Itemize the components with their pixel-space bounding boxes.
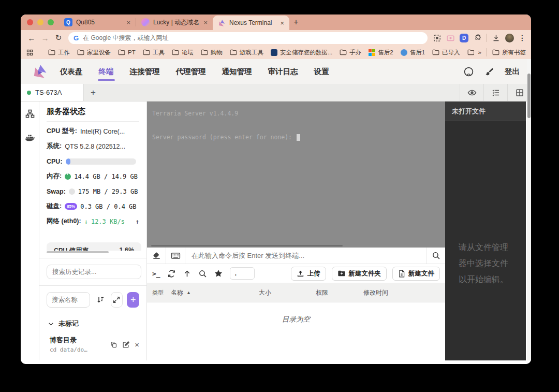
profile-avatar[interactable]: [505, 34, 514, 42]
nav-item-dashboard[interactable]: 仪表盘: [59, 60, 84, 84]
reload-button[interactable]: ↻: [52, 33, 65, 42]
refresh-icon[interactable]: [167, 269, 176, 278]
command-bar: [147, 248, 445, 264]
disk-badge: 85%: [65, 203, 77, 210]
bookmark-folder[interactable]: 购物: [201, 49, 223, 56]
bookmark-shouhou1[interactable]: 售后1: [401, 49, 425, 56]
column-modified-time[interactable]: 修改时间: [363, 288, 445, 297]
all-bookmarks-button[interactable]: 所有书签: [492, 49, 526, 56]
edit-icon[interactable]: [122, 341, 130, 349]
bookmark-label: 已导入: [442, 49, 460, 56]
virtual-keyboard-button[interactable]: [166, 248, 185, 264]
nav-item-settings[interactable]: 设置: [313, 60, 330, 84]
bookmark-folder[interactable]: 工具: [143, 49, 165, 56]
github-icon[interactable]: [463, 66, 474, 77]
favorite-star-icon[interactable]: [214, 269, 223, 278]
session-search-input[interactable]: [47, 292, 90, 308]
column-name[interactable]: 名称▲: [171, 288, 259, 297]
docker-icon[interactable]: [24, 133, 36, 142]
bookmark-folder[interactable]: 已导入: [432, 49, 460, 56]
tab-close-icon[interactable]: ×: [126, 19, 130, 26]
path-input[interactable]: [230, 267, 255, 280]
memory-badge: [65, 173, 71, 180]
search-terminal-button[interactable]: [426, 248, 445, 264]
bookmark-folder[interactable]: PT: [118, 49, 136, 55]
nav-item-proxy[interactable]: 代理管理: [175, 60, 207, 84]
column-type[interactable]: 类型: [147, 289, 171, 296]
command-input[interactable]: [185, 248, 426, 264]
cpu-progress-bar: [66, 158, 136, 165]
column-size[interactable]: 大小: [259, 288, 316, 297]
expand-button[interactable]: [111, 292, 123, 308]
horizontal-scrollbar-thumb[interactable]: [47, 251, 109, 253]
browser-toolbar: ← → ↻ G D ⋮: [21, 30, 531, 46]
close-session-icon[interactable]: ×: [135, 340, 139, 349]
apps-grid-icon[interactable]: [26, 49, 34, 56]
add-session-button[interactable]: +: [127, 292, 139, 308]
copy-icon[interactable]: [110, 341, 117, 349]
bookmark-secure-storage[interactable]: 安全储存您的数据...: [271, 49, 333, 56]
network-topology-icon[interactable]: [25, 109, 35, 119]
terminal-output[interactable]: Terraria Server v1.4.4.9 Server password…: [147, 101, 445, 248]
terminal-prompt-icon[interactable]: >_: [152, 270, 160, 278]
up-directory-icon[interactable]: [183, 269, 192, 278]
folder-plus-icon: [337, 270, 346, 277]
minimize-window-button[interactable]: [37, 19, 43, 25]
maximize-window-button[interactable]: [48, 19, 54, 25]
screenshot-icon[interactable]: [433, 34, 442, 42]
nav-item-terminal[interactable]: 终端: [98, 60, 115, 84]
nav-item-audit-log[interactable]: 审计日志: [267, 60, 299, 84]
traffic-lights: [21, 19, 59, 25]
theme-brush-icon[interactable]: [484, 67, 494, 77]
new-file-button[interactable]: 新建文件: [392, 267, 440, 281]
bookmark-label: 安全储存您的数据...: [280, 49, 333, 56]
scrollbar-thumb[interactable]: [527, 74, 531, 118]
nav-item-notifications[interactable]: 通知管理: [221, 60, 253, 84]
bookmarks-overflow-button[interactable]: »: [478, 49, 481, 55]
history-search-input[interactable]: [47, 265, 141, 279]
bookmark-folder[interactable]: 游戏工具: [230, 49, 263, 56]
download-icon[interactable]: [492, 34, 501, 42]
upload-button[interactable]: 上传: [291, 267, 326, 281]
task-list-button[interactable]: [483, 84, 507, 101]
close-window-button[interactable]: [27, 19, 33, 25]
cpu-model-value: Intel(R) Core(...: [80, 128, 125, 135]
column-permissions[interactable]: 权限: [316, 288, 363, 297]
untagged-group-header[interactable]: 未标记: [39, 313, 146, 330]
browser-tab-qu805[interactable]: Q Qu805 ×: [59, 14, 136, 30]
browser-menu-icon[interactable]: ⋮: [519, 34, 526, 42]
bookmark-folder[interactable]: 手办: [340, 49, 361, 56]
session-tab-ts673a[interactable]: TS-673A: [21, 84, 84, 101]
chevron-down-icon: [48, 321, 54, 327]
search-files-icon[interactable]: [198, 269, 207, 278]
bookmark-folder[interactable]: 论坛: [172, 49, 194, 56]
new-folder-button[interactable]: 新建文件夹: [332, 267, 387, 281]
bookmark-folder[interactable]: 个人博客: [467, 49, 474, 56]
nav-item-connections[interactable]: 连接管理: [129, 60, 161, 84]
bookmark-folder[interactable]: 工作: [48, 49, 70, 56]
visibility-button[interactable]: [460, 84, 483, 101]
tab-close-icon[interactable]: ×: [280, 19, 284, 27]
editor-empty-message: 请从文件管理器中选择文件以开始编辑。: [459, 239, 512, 360]
terminal-hscrollbar-thumb[interactable]: [151, 245, 343, 246]
logout-button[interactable]: 登出: [505, 67, 520, 77]
address-bar[interactable]: G: [68, 32, 428, 44]
tab-close-icon[interactable]: ×: [203, 19, 208, 26]
new-session-button[interactable]: +: [84, 88, 102, 98]
sort-button[interactable]: [94, 292, 107, 308]
side-icon-strip: [21, 101, 39, 360]
bookmark-folder[interactable]: 家里设备: [77, 49, 111, 56]
browser-tab-lucky[interactable]: Lucky | 动态域名 ×: [136, 14, 213, 30]
bookmark-shouhou2[interactable]: 售后2: [369, 49, 393, 56]
new-tab-button[interactable]: +: [289, 18, 303, 27]
session-list-item[interactable]: 博客目录 cd data/do… ×: [39, 330, 146, 353]
address-input[interactable]: [83, 34, 422, 41]
blue-d-extension-icon[interactable]: D: [460, 34, 468, 42]
browser-tab-nexus-terminal[interactable]: Nexus Terminal ×: [213, 16, 289, 30]
pink-extension-icon[interactable]: [446, 34, 455, 42]
extensions-puzzle-icon[interactable]: [473, 34, 482, 42]
clear-terminal-button[interactable]: [147, 248, 166, 264]
back-button[interactable]: ←: [25, 34, 38, 42]
forward-button[interactable]: →: [38, 34, 52, 42]
page-scrollbar[interactable]: [527, 59, 531, 360]
